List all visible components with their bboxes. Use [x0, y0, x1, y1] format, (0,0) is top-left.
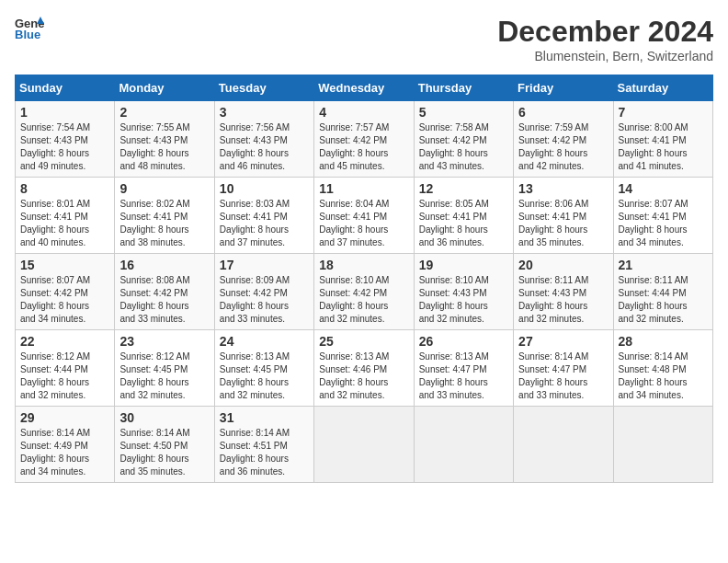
- day-info: Sunrise: 8:05 AM Sunset: 4:41 PM Dayligh…: [419, 198, 508, 249]
- day-info: Sunrise: 8:14 AM Sunset: 4:49 PM Dayligh…: [20, 427, 109, 478]
- day-info: Sunrise: 8:02 AM Sunset: 4:41 PM Dayligh…: [119, 198, 209, 249]
- weekday-header-thursday: Thursday: [414, 75, 513, 101]
- day-number: 22: [20, 334, 109, 349]
- calendar-week-3: 15Sunrise: 8:07 AM Sunset: 4:42 PM Dayli…: [16, 254, 713, 330]
- day-info: Sunrise: 8:14 AM Sunset: 4:50 PM Dayligh…: [119, 427, 209, 478]
- day-number: 25: [319, 334, 408, 349]
- day-info: Sunrise: 8:10 AM Sunset: 4:43 PM Dayligh…: [419, 274, 508, 326]
- calendar-cell: 11Sunrise: 8:04 AM Sunset: 4:41 PM Dayli…: [314, 178, 414, 254]
- day-number: 30: [119, 410, 209, 425]
- calendar-cell: 2Sunrise: 7:55 AM Sunset: 4:43 PM Daylig…: [115, 101, 214, 178]
- calendar-cell: [514, 407, 613, 483]
- day-info: Sunrise: 8:11 AM Sunset: 4:43 PM Dayligh…: [518, 274, 608, 326]
- day-info: Sunrise: 8:12 AM Sunset: 4:44 PM Dayligh…: [20, 350, 109, 402]
- day-number: 1: [20, 105, 109, 120]
- title-block: December 2024 Blumenstein, Bern, Switzer…: [497, 15, 713, 63]
- weekday-header-saturday: Saturday: [613, 75, 712, 101]
- calendar-cell: 30Sunrise: 8:14 AM Sunset: 4:50 PM Dayli…: [115, 407, 214, 483]
- day-info: Sunrise: 8:07 AM Sunset: 4:42 PM Dayligh…: [20, 274, 109, 326]
- calendar-cell: 4Sunrise: 7:57 AM Sunset: 4:42 PM Daylig…: [314, 101, 414, 178]
- day-number: 17: [220, 258, 309, 272]
- day-number: 4: [319, 105, 408, 120]
- day-number: 13: [518, 181, 608, 196]
- day-info: Sunrise: 8:09 AM Sunset: 4:42 PM Dayligh…: [220, 274, 309, 326]
- calendar-cell: [314, 407, 414, 483]
- day-info: Sunrise: 7:59 AM Sunset: 4:42 PM Dayligh…: [518, 121, 608, 173]
- weekday-header-wednesday: Wednesday: [314, 75, 414, 101]
- day-info: Sunrise: 8:10 AM Sunset: 4:42 PM Dayligh…: [319, 274, 408, 326]
- day-number: 28: [619, 334, 708, 349]
- calendar-cell: 13Sunrise: 8:06 AM Sunset: 4:41 PM Dayli…: [514, 178, 613, 254]
- day-info: Sunrise: 8:14 AM Sunset: 4:47 PM Dayligh…: [518, 350, 608, 402]
- calendar-cell: 17Sunrise: 8:09 AM Sunset: 4:42 PM Dayli…: [214, 254, 313, 330]
- weekday-header-tuesday: Tuesday: [214, 75, 313, 101]
- calendar-cell: 24Sunrise: 8:13 AM Sunset: 4:45 PM Dayli…: [214, 330, 313, 407]
- day-number: 8: [20, 181, 109, 196]
- day-info: Sunrise: 8:12 AM Sunset: 4:45 PM Dayligh…: [119, 350, 209, 402]
- weekday-header-friday: Friday: [514, 75, 613, 101]
- day-number: 21: [619, 258, 708, 272]
- calendar-cell: [414, 407, 513, 483]
- calendar-cell: 18Sunrise: 8:10 AM Sunset: 4:42 PM Dayli…: [314, 254, 414, 330]
- calendar-cell: [613, 407, 712, 483]
- logo-icon: General Blue: [15, 15, 44, 40]
- day-info: Sunrise: 8:14 AM Sunset: 4:51 PM Dayligh…: [220, 427, 309, 478]
- calendar-cell: 14Sunrise: 8:07 AM Sunset: 4:41 PM Dayli…: [613, 178, 712, 254]
- calendar-cell: 9Sunrise: 8:02 AM Sunset: 4:41 PM Daylig…: [115, 178, 214, 254]
- calendar-cell: 27Sunrise: 8:14 AM Sunset: 4:47 PM Dayli…: [514, 330, 613, 407]
- day-number: 29: [20, 410, 109, 425]
- calendar-cell: 25Sunrise: 8:13 AM Sunset: 4:46 PM Dayli…: [314, 330, 414, 407]
- day-number: 24: [220, 334, 309, 349]
- day-info: Sunrise: 8:01 AM Sunset: 4:41 PM Dayligh…: [20, 198, 109, 249]
- day-info: Sunrise: 8:07 AM Sunset: 4:41 PM Dayligh…: [619, 198, 708, 249]
- logo: General Blue: [15, 15, 44, 40]
- day-number: 31: [220, 410, 309, 425]
- calendar-cell: 6Sunrise: 7:59 AM Sunset: 4:42 PM Daylig…: [514, 101, 613, 178]
- day-number: 19: [419, 258, 508, 272]
- day-number: 12: [419, 181, 508, 196]
- day-number: 15: [20, 258, 109, 272]
- calendar-week-1: 1Sunrise: 7:54 AM Sunset: 4:43 PM Daylig…: [16, 101, 713, 178]
- day-number: 3: [220, 105, 309, 120]
- day-info: Sunrise: 8:00 AM Sunset: 4:41 PM Dayligh…: [619, 121, 708, 173]
- day-number: 26: [419, 334, 508, 349]
- day-number: 14: [619, 181, 708, 196]
- calendar-cell: 29Sunrise: 8:14 AM Sunset: 4:49 PM Dayli…: [16, 407, 115, 483]
- calendar-cell: 5Sunrise: 7:58 AM Sunset: 4:42 PM Daylig…: [414, 101, 513, 178]
- calendar-cell: 20Sunrise: 8:11 AM Sunset: 4:43 PM Dayli…: [514, 254, 613, 330]
- calendar-cell: 7Sunrise: 8:00 AM Sunset: 4:41 PM Daylig…: [613, 101, 712, 178]
- day-info: Sunrise: 7:57 AM Sunset: 4:42 PM Dayligh…: [319, 121, 408, 173]
- location: Blumenstein, Bern, Switzerland: [497, 49, 713, 63]
- day-info: Sunrise: 8:13 AM Sunset: 4:47 PM Dayligh…: [419, 350, 508, 402]
- calendar-cell: 21Sunrise: 8:11 AM Sunset: 4:44 PM Dayli…: [613, 254, 712, 330]
- day-info: Sunrise: 8:13 AM Sunset: 4:46 PM Dayligh…: [319, 350, 408, 402]
- day-info: Sunrise: 7:55 AM Sunset: 4:43 PM Dayligh…: [119, 121, 209, 173]
- day-info: Sunrise: 8:03 AM Sunset: 4:41 PM Dayligh…: [220, 198, 309, 249]
- calendar-cell: 8Sunrise: 8:01 AM Sunset: 4:41 PM Daylig…: [16, 178, 115, 254]
- day-number: 6: [518, 105, 608, 120]
- day-number: 20: [518, 258, 608, 272]
- day-number: 7: [619, 105, 708, 120]
- page-header: General Blue December 2024 Blumenstein, …: [15, 15, 713, 63]
- calendar-week-5: 29Sunrise: 8:14 AM Sunset: 4:49 PM Dayli…: [16, 407, 713, 483]
- day-info: Sunrise: 8:08 AM Sunset: 4:42 PM Dayligh…: [119, 274, 209, 326]
- calendar-cell: 1Sunrise: 7:54 AM Sunset: 4:43 PM Daylig…: [16, 101, 115, 178]
- calendar-week-2: 8Sunrise: 8:01 AM Sunset: 4:41 PM Daylig…: [16, 178, 713, 254]
- calendar-cell: 15Sunrise: 8:07 AM Sunset: 4:42 PM Dayli…: [16, 254, 115, 330]
- weekday-header-monday: Monday: [115, 75, 214, 101]
- calendar-cell: 31Sunrise: 8:14 AM Sunset: 4:51 PM Dayli…: [214, 407, 313, 483]
- day-number: 18: [319, 258, 408, 272]
- day-number: 5: [419, 105, 508, 120]
- svg-text:Blue: Blue: [15, 28, 40, 40]
- day-info: Sunrise: 7:58 AM Sunset: 4:42 PM Dayligh…: [419, 121, 508, 173]
- day-info: Sunrise: 7:56 AM Sunset: 4:43 PM Dayligh…: [220, 121, 309, 173]
- weekday-header-sunday: Sunday: [16, 75, 115, 101]
- day-info: Sunrise: 7:54 AM Sunset: 4:43 PM Dayligh…: [20, 121, 109, 173]
- day-info: Sunrise: 8:14 AM Sunset: 4:48 PM Dayligh…: [619, 350, 708, 402]
- calendar-cell: 19Sunrise: 8:10 AM Sunset: 4:43 PM Dayli…: [414, 254, 513, 330]
- calendar-cell: 10Sunrise: 8:03 AM Sunset: 4:41 PM Dayli…: [214, 178, 313, 254]
- calendar-cell: 12Sunrise: 8:05 AM Sunset: 4:41 PM Dayli…: [414, 178, 513, 254]
- day-number: 27: [518, 334, 608, 349]
- day-info: Sunrise: 8:11 AM Sunset: 4:44 PM Dayligh…: [619, 274, 708, 326]
- calendar-cell: 16Sunrise: 8:08 AM Sunset: 4:42 PM Dayli…: [115, 254, 214, 330]
